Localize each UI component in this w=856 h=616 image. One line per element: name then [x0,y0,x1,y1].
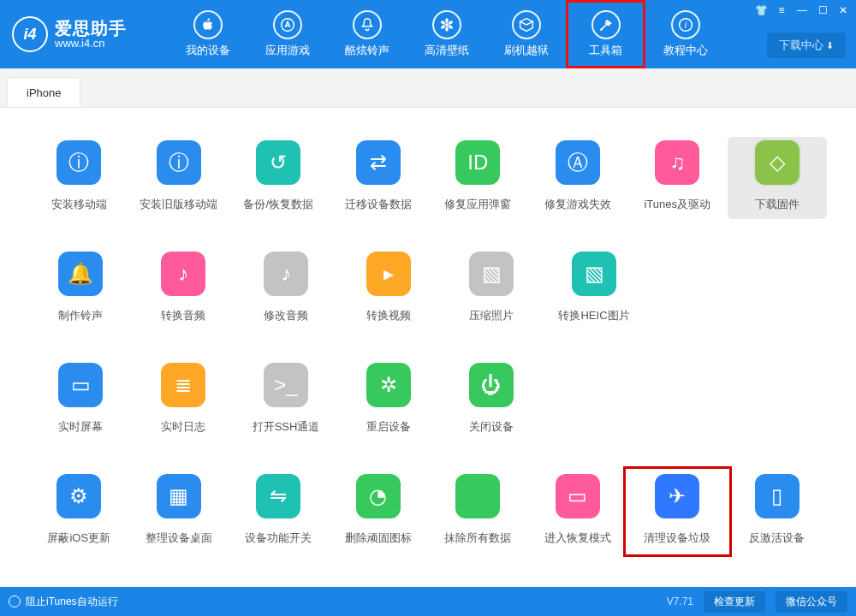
tool-icon: ↺ [256,140,300,185]
tool-2-0[interactable]: ▭实时屏幕 [29,359,132,441]
tool-icon [455,474,500,518]
tool-0-7[interactable]: ◇下载固件 [728,137,828,219]
tool-3-1[interactable]: ▦整理设备桌面 [129,471,229,553]
app-header: i4 爱思助手 www.i4.cn 我的设备应用游戏酷炫铃声高清壁纸刷机越狱工具… [0,0,856,68]
tool-1-3[interactable]: ▸转换视频 [337,248,440,330]
tool-label: 制作铃声 [58,308,103,323]
nav-appstore[interactable]: 应用游戏 [247,0,327,68]
svg-point-5 [445,27,449,31]
tool-icon: ♫ [655,140,699,185]
tool-label: 屏蔽iOS更新 [47,530,110,546]
tools-icon [591,10,621,39]
box-icon [512,10,541,39]
brand-name: 爱思助手 [55,19,127,38]
nav-label: 高清壁纸 [425,43,469,58]
appstore-icon [273,10,302,39]
nav-label: 我的设备 [186,43,230,58]
tool-label: 实时日志 [161,419,205,435]
tool-0-5[interactable]: Ⓐ修复游戏失效 [528,137,628,219]
tab-bar: iPhone [0,68,856,108]
status-ring-icon [9,595,21,607]
minimize-icon[interactable]: — [794,3,810,17]
nav-flower[interactable]: 高清壁纸 [407,0,486,68]
tool-icon: ◔ [356,474,401,518]
tab-iphone[interactable]: iPhone [7,77,80,107]
tool-label: 进入恢复模式 [544,530,611,546]
tool-icon: ✲ [366,363,411,407]
info-icon: i [671,10,700,39]
tool-icon: ▸ [366,252,411,296]
svg-point-7 [440,21,446,26]
tool-label: 备份/恢复数据 [243,197,313,212]
tool-label: 整理设备桌面 [146,530,212,546]
tool-icon: ⓘ [56,140,101,185]
tool-3-4[interactable]: 抹除所有数据 [428,471,528,553]
skin-tshirt-icon[interactable]: 👕 [753,3,769,17]
tool-label: 下载固件 [755,197,800,212]
tool-icon: ≣ [161,363,205,407]
close-icon[interactable]: ✕ [835,3,851,17]
tool-2-1[interactable]: ≣实时日志 [132,359,235,441]
tool-grid: ⓘ安装移动端ⓘ安装旧版移动端↺备份/恢复数据⇄迁移设备数据ID修复应用弹窗Ⓐ修复… [0,108,856,587]
tool-1-1[interactable]: ♪转换音频 [132,248,235,330]
tool-2-4[interactable]: ⏻关闭设备 [440,359,543,441]
tool-1-4[interactable]: ▧压缩照片 [440,248,543,330]
tool-3-3[interactable]: ◔删除顽固图标 [329,471,429,553]
tool-1-5[interactable]: ▧转换HEIC图片 [543,248,645,330]
logo-badge: i4 [12,16,48,52]
download-center-button[interactable]: 下载中心 [767,33,846,58]
tool-3-2[interactable]: ⇋设备功能开关 [229,471,329,553]
tool-0-4[interactable]: ID修复应用弹窗 [428,137,528,219]
tool-0-3[interactable]: ⇄迁移设备数据 [329,137,429,219]
tool-1-2[interactable]: ♪修改音频 [235,248,337,330]
maximize-icon[interactable]: ☐ [815,3,830,17]
tool-label: 重启设备 [366,419,411,435]
tool-icon: Ⓐ [556,140,600,185]
tool-label: 修复应用弹窗 [444,197,511,212]
tool-label: 转换音频 [161,308,205,323]
tool-0-0[interactable]: ⓘ安装移动端 [29,137,129,219]
svg-point-6 [440,25,446,30]
tool-0-6[interactable]: ♫iTunes及驱动 [627,137,728,219]
nav-bell[interactable]: 酷炫铃声 [327,0,407,68]
svg-point-4 [448,25,454,30]
tool-icon: ♪ [161,252,205,296]
bell-icon [353,10,382,39]
nav-apple[interactable]: 我的设备 [168,0,247,68]
tool-3-7[interactable]: ▯反激活设备 [728,471,828,553]
nav-info[interactable]: i教程中心 [645,0,725,68]
tool-label: iTunes及驱动 [644,197,710,212]
tool-0-1[interactable]: ⓘ安装旧版移动端 [129,137,229,219]
tool-3-0[interactable]: ⚙屏蔽iOS更新 [29,471,129,553]
tool-1-0[interactable]: 🔔制作铃声 [29,248,132,330]
itunes-block-status[interactable]: 阻止iTunes自动运行 [9,595,118,609]
tool-0-2[interactable]: ↺备份/恢复数据 [229,137,329,219]
tool-icon: ◇ [755,140,800,185]
tool-icon: ⚙ [56,474,101,518]
tool-3-6[interactable]: ✈清理设备垃圾 [627,471,728,553]
tool-icon: ⇄ [356,140,401,185]
tool-icon: ⇋ [256,474,300,518]
tool-3-5[interactable]: ▭进入恢复模式 [528,471,628,553]
menu-icon[interactable]: ≡ [774,3,789,17]
brand-url: www.i4.cn [55,38,127,50]
tool-icon: ▭ [58,363,103,407]
nav-box[interactable]: 刷机越狱 [486,0,566,68]
tool-label: 抹除所有数据 [444,530,511,546]
tool-2-3[interactable]: ✲重启设备 [337,359,440,441]
nav-tools[interactable]: 工具箱 [566,0,645,68]
tool-icon: ▦ [157,474,201,518]
tool-icon: ♪ [264,252,308,296]
check-update-button[interactable]: 检查更新 [704,591,765,613]
tool-icon: ▧ [469,252,514,296]
wechat-button[interactable]: 微信公众号 [776,591,847,613]
svg-text:i: i [684,20,687,30]
svg-point-8 [600,28,602,30]
nav-label: 教程中心 [663,43,708,58]
apple-icon [193,10,223,39]
version-label: V7.71 [667,595,693,607]
tool-2-2[interactable]: >_打开SSH通道 [235,359,337,441]
tool-label: 清理设备垃圾 [644,530,710,546]
nav-label: 应用游戏 [265,43,310,58]
app-logo: i4 爱思助手 www.i4.cn [0,16,168,52]
